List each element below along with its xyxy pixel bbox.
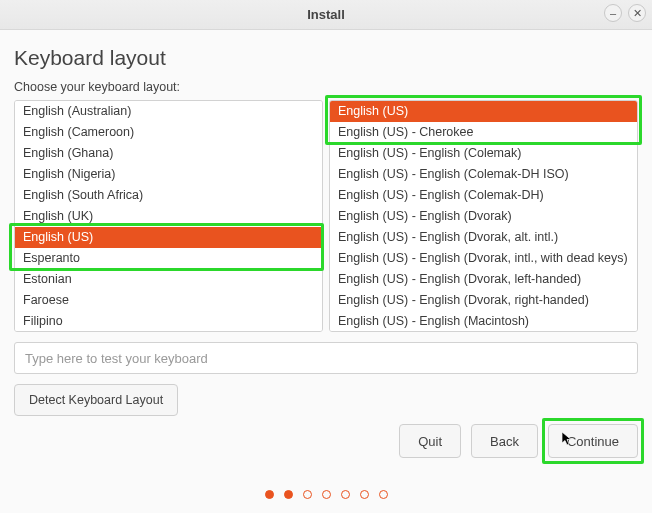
content-area: Keyboard layout Choose your keyboard lay…: [0, 30, 652, 416]
titlebar: Install – ✕: [0, 0, 652, 30]
variant-list-item[interactable]: English (US) - English (Dvorak, left-han…: [330, 269, 637, 290]
close-button[interactable]: ✕: [628, 4, 646, 22]
variant-list-item[interactable]: English (US) - English (Dvorak, intl., w…: [330, 248, 637, 269]
minimize-button[interactable]: –: [604, 4, 622, 22]
quit-button[interactable]: Quit: [399, 424, 461, 458]
language-list-item[interactable]: English (Australian): [15, 101, 322, 122]
page-title: Keyboard layout: [14, 46, 638, 70]
language-list-item[interactable]: English (Ghana): [15, 143, 322, 164]
language-list-item[interactable]: Filipino: [15, 311, 322, 332]
variant-list-item[interactable]: English (US) - English (Colemak-DH): [330, 185, 637, 206]
variant-list-item[interactable]: English (US) - Cherokee: [330, 122, 637, 143]
progress-dot: [360, 490, 369, 499]
back-button[interactable]: Back: [471, 424, 538, 458]
language-list-item[interactable]: English (US): [15, 227, 322, 248]
progress-dot: [303, 490, 312, 499]
language-list-item[interactable]: Esperanto: [15, 248, 322, 269]
variant-list-item[interactable]: English (US) - English (Dvorak, alt. int…: [330, 227, 637, 248]
language-listbox[interactable]: English (Australian)English (Cameroon)En…: [14, 100, 323, 332]
variant-list-item[interactable]: English (US) - English (Macintosh): [330, 311, 637, 332]
variant-list-item[interactable]: English (US) - English (Dvorak, right-ha…: [330, 290, 637, 311]
variant-list-item[interactable]: English (US) - English (Colemak-DH ISO): [330, 164, 637, 185]
footer-buttons: Quit Back Continue: [399, 424, 638, 458]
language-list-item[interactable]: Faroese: [15, 290, 322, 311]
variant-list-item[interactable]: English (US) - English (Colemak): [330, 143, 637, 164]
variant-listbox[interactable]: English (US)English (US) - CherokeeEngli…: [329, 100, 638, 332]
progress-dot: [379, 490, 388, 499]
page-subheading: Choose your keyboard layout:: [14, 80, 638, 94]
variant-list-item[interactable]: English (US): [330, 101, 637, 122]
language-list-item[interactable]: English (Nigeria): [15, 164, 322, 185]
variant-list-item[interactable]: English (US) - English (Dvorak): [330, 206, 637, 227]
detect-keyboard-layout-button[interactable]: Detect Keyboard Layout: [14, 384, 178, 416]
progress-dot: [265, 490, 274, 499]
progress-dot: [284, 490, 293, 499]
progress-dot: [341, 490, 350, 499]
language-list-item[interactable]: Estonian: [15, 269, 322, 290]
language-list-item[interactable]: English (Cameroon): [15, 122, 322, 143]
progress-dot: [322, 490, 331, 499]
language-list-item[interactable]: English (UK): [15, 206, 322, 227]
continue-button[interactable]: Continue: [548, 424, 638, 458]
keyboard-test-input[interactable]: [14, 342, 638, 374]
progress-dots: [0, 490, 652, 499]
keyboard-lists: English (Australian)English (Cameroon)En…: [14, 100, 638, 332]
window-controls: – ✕: [604, 4, 646, 22]
window-title: Install: [0, 7, 652, 22]
language-list-item[interactable]: English (South Africa): [15, 185, 322, 206]
